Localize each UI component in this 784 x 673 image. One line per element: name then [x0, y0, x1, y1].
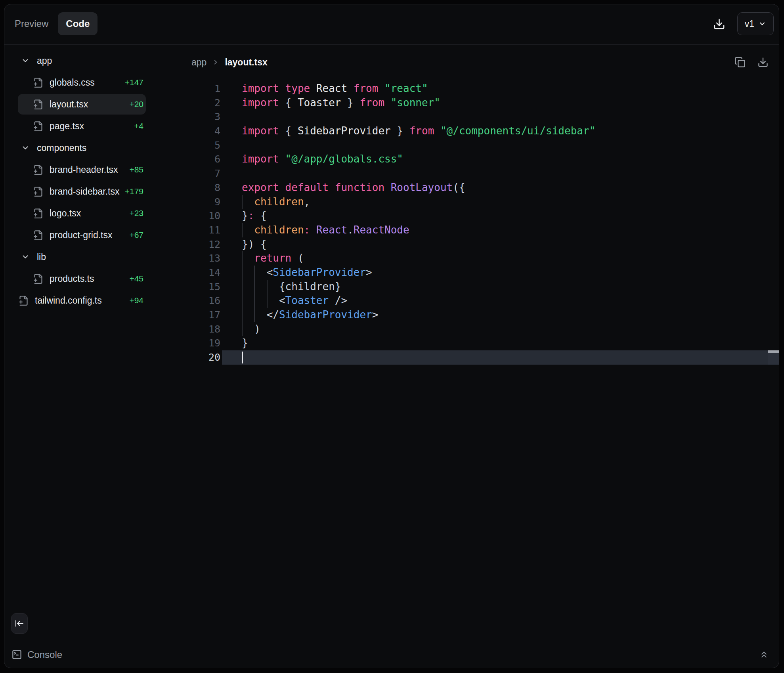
- main-area: appglobals.css+147layout.tsx+20page.tsx+…: [4, 45, 779, 642]
- tree-folder-lib[interactable]: lib: [18, 247, 146, 267]
- collapse-sidebar-button[interactable]: [11, 613, 28, 634]
- line-number: 7: [183, 166, 220, 181]
- line-text: <Toaster />: [242, 294, 779, 308]
- copy-code-button[interactable]: [734, 57, 746, 68]
- line-text: }: [242, 336, 779, 350]
- chevron-down-icon: [21, 143, 30, 152]
- tree-file-tailwind-config-ts[interactable]: tailwind.config.ts+94: [18, 290, 146, 311]
- tree-item-label: lib: [37, 252, 46, 262]
- code-line-10[interactable]: 10}: {: [183, 209, 779, 223]
- download-icon: [757, 57, 769, 68]
- tree-file-brand-header-tsx[interactable]: brand-header.tsx+85: [18, 159, 146, 180]
- indent-guide: [242, 266, 243, 280]
- code-line-15[interactable]: 15 {children}: [183, 280, 779, 294]
- download-file-button[interactable]: [757, 57, 769, 68]
- code-line-13[interactable]: 13 return (: [183, 251, 779, 266]
- tree-file-layout-tsx[interactable]: layout.tsx+20: [18, 94, 146, 115]
- line-text: export default function RootLayout({: [242, 181, 779, 195]
- line-number: 12: [183, 237, 220, 252]
- line-number: 9: [183, 195, 220, 209]
- file-plus-icon: [18, 295, 29, 306]
- terminal-icon: [11, 649, 22, 660]
- version-dropdown[interactable]: v1: [737, 12, 774, 35]
- line-number: 6: [183, 152, 220, 166]
- code-line-6[interactable]: 6import "@/app/globals.css": [183, 152, 779, 166]
- diff-added-badge: +94: [129, 296, 146, 305]
- tree-file-globals-css[interactable]: globals.css+147: [18, 72, 146, 93]
- code-line-14[interactable]: 14 <SidebarProvider>: [183, 266, 779, 280]
- download-project-button[interactable]: [713, 18, 725, 30]
- code-line-18[interactable]: 18 ): [183, 322, 779, 336]
- line-text: [242, 350, 779, 365]
- line-number: 14: [183, 266, 220, 280]
- chevron-right-icon: [212, 59, 219, 66]
- chevron-down-icon: [21, 56, 30, 65]
- indent-guide: [254, 280, 255, 294]
- tab-preview[interactable]: Preview: [15, 18, 48, 29]
- tab-code[interactable]: Code: [58, 12, 98, 35]
- code-line-7[interactable]: 7: [183, 166, 779, 181]
- version-label: v1: [745, 19, 754, 29]
- code-line-17[interactable]: 17 </SidebarProvider>: [183, 308, 779, 322]
- line-text: import "@/app/globals.css": [242, 152, 779, 166]
- top-bar-actions: v1: [713, 12, 774, 35]
- diff-added-badge: +179: [125, 187, 146, 196]
- chevrons-up-icon[interactable]: [759, 650, 769, 660]
- code-editor-panel: app layout.tsx: [183, 45, 779, 642]
- breadcrumb-dir[interactable]: app: [191, 57, 207, 68]
- tree-folder-components[interactable]: components: [18, 138, 146, 158]
- indent-guide: [242, 322, 243, 336]
- tree-folder-app[interactable]: app: [18, 50, 146, 71]
- code-line-19[interactable]: 19}: [183, 336, 779, 350]
- code-line-16[interactable]: 16 <Toaster />: [183, 294, 779, 308]
- line-text: {children}: [242, 280, 779, 294]
- top-bar: Preview Code v1: [4, 4, 779, 45]
- line-text: import type React from "react": [242, 82, 779, 96]
- line-text: children: React.ReactNode: [242, 223, 779, 237]
- indent-guide: [242, 223, 243, 237]
- tree-file-page-tsx[interactable]: page.tsx+4: [18, 116, 146, 136]
- line-text: return (: [242, 251, 779, 266]
- line-number: 11: [183, 223, 220, 237]
- code-line-1[interactable]: 1import type React from "react": [183, 82, 779, 96]
- line-text: }) {: [242, 237, 779, 252]
- code-line-20[interactable]: 20: [183, 350, 779, 365]
- line-number: 13: [183, 251, 220, 266]
- diff-added-badge: +4: [134, 121, 146, 131]
- breadcrumb-bar: app layout.tsx: [183, 45, 779, 80]
- console-bar[interactable]: Console: [4, 641, 779, 668]
- indent-guide: [254, 266, 255, 280]
- code-area[interactable]: 1import type React from "react"2import {…: [183, 80, 779, 642]
- code-line-5[interactable]: 5: [183, 138, 779, 153]
- file-plus-icon: [33, 164, 44, 175]
- diff-added-badge: +85: [129, 165, 146, 174]
- breadcrumb: app layout.tsx: [191, 45, 268, 80]
- tree-file-logo-tsx[interactable]: logo.tsx+23: [18, 203, 146, 224]
- tree-file-products-ts[interactable]: products.ts+45: [18, 268, 146, 289]
- tree-item-label: logo.tsx: [50, 208, 81, 219]
- view-tabs: Preview Code: [15, 12, 98, 35]
- code-actions: [734, 45, 769, 80]
- tree-item-label: product-grid.tsx: [50, 230, 113, 241]
- code-line-2[interactable]: 2import { Toaster } from "sonner": [183, 96, 779, 110]
- tree-item-label: brand-header.tsx: [50, 164, 118, 175]
- code-line-8[interactable]: 8export default function RootLayout({: [183, 181, 779, 195]
- line-number: 3: [183, 110, 220, 124]
- tree-file-brand-sidebar-tsx[interactable]: brand-sidebar.tsx+179: [18, 181, 146, 202]
- tree-item-label: products.ts: [50, 273, 94, 284]
- code-line-3[interactable]: 3: [183, 110, 779, 124]
- indent-guide: [242, 280, 243, 294]
- code-line-12[interactable]: 12}) {: [183, 237, 779, 252]
- line-text: [242, 166, 779, 181]
- tree-item-label: brand-sidebar.tsx: [50, 186, 119, 197]
- code-line-9[interactable]: 9 children,: [183, 195, 779, 209]
- line-number: 20: [183, 350, 220, 365]
- code-line-4[interactable]: 4import { SidebarProvider } from "@/comp…: [183, 124, 779, 138]
- indent-guide: [254, 308, 255, 322]
- diff-added-badge: +20: [129, 99, 146, 109]
- code-line-11[interactable]: 11 children: React.ReactNode: [183, 223, 779, 237]
- tree-file-product-grid-tsx[interactable]: product-grid.tsx+67: [18, 225, 146, 245]
- console-label: Console: [27, 649, 62, 660]
- file-plus-icon: [33, 99, 44, 110]
- line-number: 5: [183, 138, 220, 153]
